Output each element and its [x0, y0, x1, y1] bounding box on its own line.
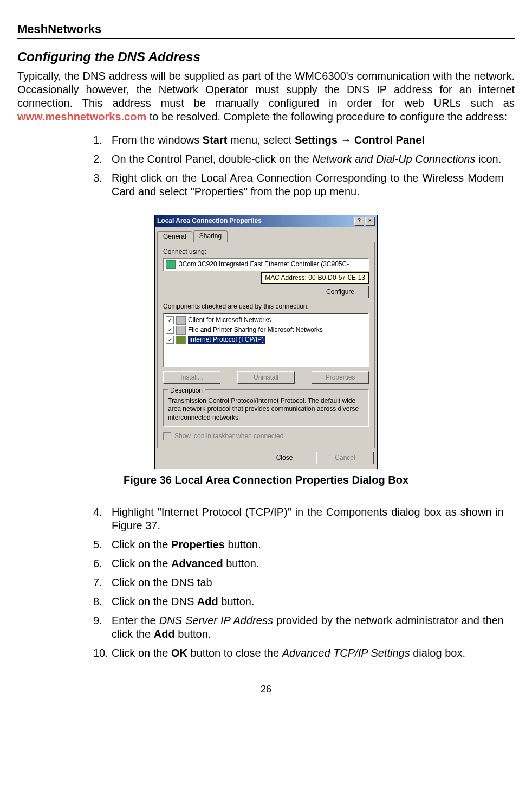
text: button. — [225, 538, 261, 550]
step-number: 1. — [93, 133, 112, 147]
description-text: Transmission Control Protocol/Internet P… — [168, 397, 364, 422]
text: Enter the — [112, 614, 159, 626]
dialog-figure: Local Area Connection Properties ? × Gen… — [17, 215, 515, 470]
share-icon — [176, 326, 186, 335]
text: Click on the — [112, 557, 171, 569]
tab-panel-general: Connect using: 3Com 3C920 Integrated Fas… — [157, 242, 375, 449]
step-1: 1. From the windows Start menu, select S… — [93, 133, 504, 147]
mac-tooltip-wrap: MAC Address: 00-B0-D0-57-0E-13 — [163, 272, 369, 284]
bold: Add — [154, 628, 175, 640]
component-label-selected: Internet Protocol (TCP/IP) — [188, 336, 265, 344]
text: menu, select — [227, 134, 295, 146]
text: button. — [223, 557, 259, 569]
step-number: 5. — [93, 538, 112, 551]
component-fileshare[interactable]: ✓ File and Printer Sharing for Microsoft… — [166, 325, 366, 335]
section-title: Configuring the DNS Address — [17, 49, 515, 65]
checkbox-icon[interactable] — [163, 432, 171, 440]
dialog-titlebar: Local Area Connection Properties ? × — [155, 215, 377, 227]
step-text: Click on the OK button to close the Adva… — [112, 646, 504, 660]
step-text: Highlight "Internet Protocol (TCP/IP)" i… — [112, 505, 504, 532]
components-label: Components checked are used by this conn… — [163, 303, 369, 311]
checkbox-icon[interactable]: ✓ — [166, 326, 174, 334]
tab-general[interactable]: General — [157, 231, 192, 242]
text: button to close the — [187, 647, 282, 659]
uninstall-button[interactable]: Uninstall — [237, 371, 295, 384]
adapter-name: 3Com 3C920 Integrated Fast Ethernet Cont… — [179, 260, 349, 268]
step-4: 4. Highlight "Internet Protocol (TCP/IP)… — [93, 505, 504, 532]
bold: Add — [197, 595, 218, 607]
page-footer: 26 — [17, 682, 515, 696]
text: button. — [218, 595, 255, 607]
intro-link[interactable]: www.meshnetworks.com — [17, 111, 146, 123]
description-legend: Description — [168, 387, 205, 395]
italic: Advanced TCP/IP Settings — [282, 647, 410, 659]
steps-list-continued: 4. Highlight "Internet Protocol (TCP/IP)… — [93, 505, 504, 660]
dialog-title: Local Area Connection Properties — [157, 217, 262, 225]
components-list[interactable]: ✓ Client for Microsoft Networks ✓ File a… — [163, 313, 369, 367]
text: dialog box. — [410, 647, 465, 659]
step-text: Click on the DNS Add button. — [112, 595, 504, 608]
step-number: 8. — [93, 595, 112, 608]
bold: Start — [203, 134, 228, 146]
text: Click on the — [112, 538, 171, 550]
adapter-field: 3Com 3C920 Integrated Fast Ethernet Cont… — [163, 258, 369, 271]
step-7: 7. Click on the DNS tab — [93, 576, 504, 589]
page-number: 26 — [261, 684, 271, 695]
step-number: 7. — [93, 576, 112, 589]
component-buttons: Install... Uninstall Properties — [163, 371, 369, 384]
component-tcpip[interactable]: ✓ Internet Protocol (TCP/IP) — [166, 335, 366, 345]
step-5: 5. Click on the Properties button. — [93, 538, 504, 551]
dialog-tabs: General Sharing — [155, 227, 377, 242]
close-icon[interactable]: × — [365, 217, 375, 226]
italic: DNS Server IP Address — [159, 614, 273, 626]
bold: OK — [171, 647, 187, 659]
step-3: 3. Right click on the Local Area Connect… — [93, 171, 504, 198]
step-number: 2. — [93, 152, 112, 166]
intro-text-1: Typically, the DNS address will be suppl… — [17, 70, 515, 109]
dialog-footer-buttons: Close Cancel — [155, 452, 377, 469]
component-client[interactable]: ✓ Client for Microsoft Networks — [166, 316, 366, 325]
step-number: 6. — [93, 557, 112, 570]
text: On the Control Panel, double-click on th… — [112, 153, 312, 165]
step-10: 10. Click on the OK button to close the … — [93, 646, 504, 660]
step-number: 4. — [93, 505, 112, 532]
show-icon-label: Show icon in taskbar when connected — [174, 432, 283, 440]
tab-sharing[interactable]: Sharing — [193, 230, 228, 242]
checkbox-icon[interactable]: ✓ — [166, 336, 174, 344]
steps-list: 1. From the windows Start menu, select S… — [93, 133, 504, 198]
protocol-icon — [176, 336, 186, 344]
bold: Settings → Control Panel — [295, 134, 425, 146]
text: button. — [175, 628, 211, 640]
step-text: From the windows Start menu, select Sett… — [112, 133, 504, 147]
description-fieldset: Description Transmission Control Protoco… — [163, 389, 369, 427]
text: Click on the — [112, 647, 171, 659]
mac-tooltip: MAC Address: 00-B0-D0-57-0E-13 — [261, 272, 369, 284]
checkbox-icon[interactable]: ✓ — [166, 316, 174, 324]
component-label: File and Printer Sharing for Microsoft N… — [188, 326, 323, 334]
step-number: 9. — [93, 614, 112, 641]
step-text: Click on the Advanced button. — [112, 557, 504, 570]
nic-icon — [166, 260, 176, 269]
text: From the windows — [112, 134, 203, 146]
component-label: Client for Microsoft Networks — [188, 316, 271, 324]
properties-dialog: Local Area Connection Properties ? × Gen… — [154, 215, 378, 470]
intro-text-2: to be resolved. Complete the following p… — [146, 111, 507, 123]
configure-button[interactable]: Configure — [312, 286, 369, 298]
step-2: 2. On the Control Panel, double-click on… — [93, 152, 504, 166]
install-button[interactable]: Install... — [163, 371, 220, 384]
bold: Advanced — [171, 557, 223, 569]
step-text: Click on the Properties button. — [112, 538, 504, 551]
step-9: 9. Enter the DNS Server IP Address provi… — [93, 614, 504, 641]
close-button[interactable]: Close — [256, 452, 313, 464]
properties-button[interactable]: Properties — [312, 371, 369, 384]
figure-caption: Figure 36 Local Area Connection Properti… — [17, 473, 515, 487]
text: icon. — [475, 153, 501, 165]
cancel-button[interactable]: Cancel — [316, 452, 374, 464]
help-icon[interactable]: ? — [354, 217, 364, 226]
connect-using-label: Connect using: — [163, 248, 369, 256]
bold: Properties — [171, 538, 225, 550]
step-text: Click on the DNS tab — [112, 576, 504, 589]
step-number: 10. — [93, 646, 112, 660]
step-6: 6. Click on the Advanced button. — [93, 557, 504, 570]
step-number: 3. — [93, 171, 112, 198]
